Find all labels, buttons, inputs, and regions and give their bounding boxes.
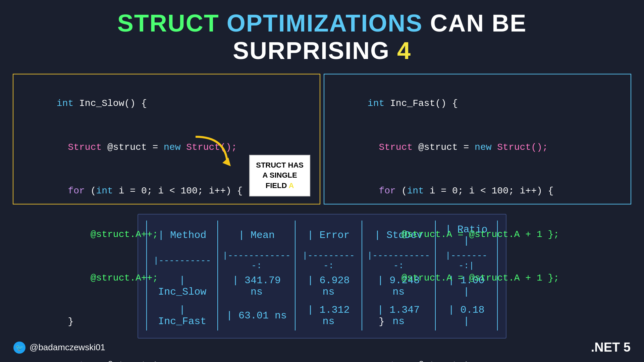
twitter-icon: 🐦: [13, 342, 25, 354]
page-footer: 🐦 @badamczewski01 .NET 5: [0, 340, 644, 355]
word-4: 4: [397, 37, 411, 64]
code-line-r4: @struct.A = @struct.A + 1 };: [334, 213, 621, 256]
word-optimizations: OPTIMIZATIONS: [227, 10, 423, 37]
code-line-r1: int Inc_Fast() {: [334, 82, 621, 125]
dotnet-badge: .NET 5: [591, 340, 631, 355]
header-line1: STRUCT OPTIMIZATIONS CAN BE: [0, 9, 644, 37]
annotation-line2: A SINGLE: [256, 170, 304, 181]
annotation-box: STRUCT HAS A SINGLE FIELD A: [249, 155, 310, 196]
code-line-r2: Struct @struct = new Struct();: [334, 125, 621, 169]
code-line-r6: }: [334, 300, 621, 344]
code-panels: int Inc_Slow() { Struct @struct = new St…: [0, 74, 644, 204]
word-struct: STRUCT: [117, 10, 219, 37]
twitter-username: @badamczewski01: [30, 342, 105, 353]
annotation-line3: FIELD A: [256, 181, 304, 191]
word-can-be: CAN BE: [430, 10, 527, 37]
code-line-r3: for (int i = 0; i < 100; i++) {: [334, 169, 621, 213]
word-surprising: SURPRISING: [233, 37, 390, 64]
code-line-5: @struct.A++;: [23, 256, 310, 300]
annotation-line1: STRUCT HAS: [256, 160, 304, 171]
header-line2: SURPRISING 4: [0, 37, 644, 64]
code-line-1: int Inc_Slow() {: [23, 82, 310, 125]
code-panel-slow: int Inc_Slow() { Struct @struct = new St…: [13, 74, 320, 204]
code-line-4: @struct.A++;: [23, 213, 310, 256]
code-panel-fast: int Inc_Fast() { Struct @struct = new St…: [324, 74, 631, 204]
page-header: STRUCT OPTIMIZATIONS CAN BE SURPRISING 4: [0, 0, 644, 70]
code-line-6: }: [23, 300, 310, 344]
code-line-r5: @struct.A = @struct.A + 1 };: [334, 256, 621, 300]
twitter-handle: 🐦 @badamczewski01: [13, 342, 105, 354]
annotation-arrow: [175, 133, 236, 174]
